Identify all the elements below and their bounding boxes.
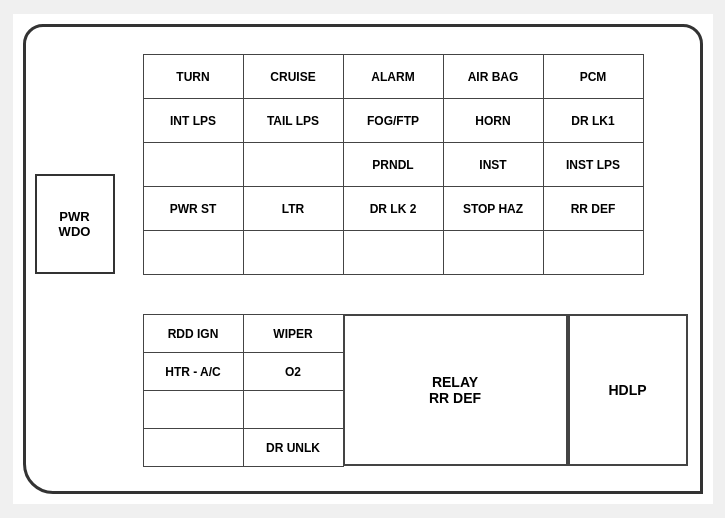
table-row: INT LPS TAIL LPS FOG/FTP HORN DR LK1 — [143, 99, 643, 143]
cell-empty9 — [243, 391, 343, 429]
cell-empty5 — [343, 231, 443, 275]
hdlp-label: HDLP — [608, 382, 646, 398]
cell-dr-lk1: DR LK1 — [543, 99, 643, 143]
cell-int-lps: INT LPS — [143, 99, 243, 143]
cell-alarm: ALARM — [343, 55, 443, 99]
cell-fog-ftp: FOG/FTP — [343, 99, 443, 143]
cell-pwr-st: PWR ST — [143, 187, 243, 231]
cell-ltr: LTR — [243, 187, 343, 231]
table-row: PRNDL INST INST LPS — [143, 143, 643, 187]
fuse-diagram: PWR WDO TURN CRUISE ALARM AIR BAG PCM IN… — [13, 14, 713, 504]
relay-rr-def-cell: RELAY RR DEF — [343, 314, 568, 466]
table-row — [143, 391, 343, 429]
table-row: RDD IGN WIPER — [143, 315, 343, 353]
cell-stop-haz: STOP HAZ — [443, 187, 543, 231]
cell-empty3 — [143, 231, 243, 275]
pwr-wdo-cell: PWR WDO — [35, 174, 115, 274]
cell-empty4 — [243, 231, 343, 275]
cell-rdd-ign: RDD IGN — [143, 315, 243, 353]
cell-empty6 — [443, 231, 543, 275]
cell-inst-lps: INST LPS — [543, 143, 643, 187]
cell-rr-def-top: RR DEF — [543, 187, 643, 231]
pwr-wdo-label: PWR WDO — [59, 209, 91, 239]
cell-turn: TURN — [143, 55, 243, 99]
cell-inst: INST — [443, 143, 543, 187]
table-row: DR UNLK — [143, 429, 343, 467]
cell-dr-lk2: DR LK 2 — [343, 187, 443, 231]
cell-htr-ac: HTR - A/C — [143, 353, 243, 391]
table-row — [143, 231, 643, 275]
cell-dr-unlk: DR UNLK — [243, 429, 343, 467]
top-fuse-table: TURN CRUISE ALARM AIR BAG PCM INT LPS TA… — [143, 54, 644, 275]
cell-cruise: CRUISE — [243, 55, 343, 99]
cell-horn: HORN — [443, 99, 543, 143]
fuse-grid-area: TURN CRUISE ALARM AIR BAG PCM INT LPS TA… — [143, 44, 688, 484]
cell-empty1 — [143, 143, 243, 187]
table-row: PWR ST LTR DR LK 2 STOP HAZ RR DEF — [143, 187, 643, 231]
cell-airbag: AIR BAG — [443, 55, 543, 99]
cell-empty10 — [143, 429, 243, 467]
relay-rr-def-label: RELAY RR DEF — [429, 374, 481, 406]
table-row: HTR - A/C O2 — [143, 353, 343, 391]
cell-empty7 — [543, 231, 643, 275]
bottom-left-table: RDD IGN WIPER HTR - A/C O2 DR UNLK — [143, 314, 344, 467]
cell-empty8 — [143, 391, 243, 429]
cell-prndl: PRNDL — [343, 143, 443, 187]
cell-tail-lps: TAIL LPS — [243, 99, 343, 143]
table-row: TURN CRUISE ALARM AIR BAG PCM — [143, 55, 643, 99]
cell-wiper: WIPER — [243, 315, 343, 353]
cell-pcm: PCM — [543, 55, 643, 99]
cell-o2: O2 — [243, 353, 343, 391]
hdlp-cell: HDLP — [568, 314, 688, 466]
cell-empty2 — [243, 143, 343, 187]
